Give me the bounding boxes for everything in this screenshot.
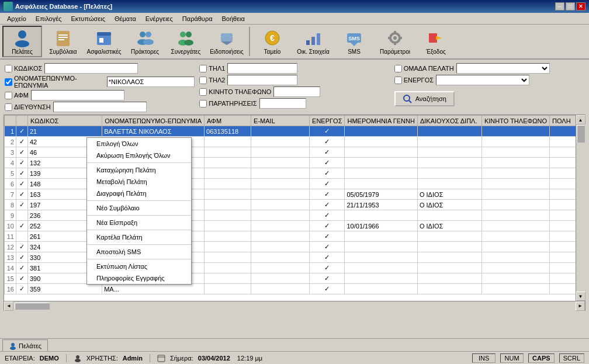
minimize-btn[interactable]: ─	[555, 2, 564, 11]
menu-ektypwseis[interactable]: Εκτυπώσεις	[66, 14, 110, 23]
row-check[interactable]: ✓	[16, 242, 28, 252]
col-kodikos[interactable]: ΚΩΔΙΚΟΣ	[28, 116, 102, 126]
close-btn[interactable]: ✕	[576, 2, 585, 11]
til2-input[interactable]	[227, 75, 297, 85]
svg-rect-30	[394, 41, 396, 45]
row-dikaiouxos	[417, 242, 481, 252]
row-check[interactable]	[16, 210, 28, 221]
context-menu-item[interactable]: Μεταβολή Πελάτη	[87, 176, 191, 188]
menu-parathyra[interactable]: Παράθυρα	[178, 14, 217, 23]
context-menu-item[interactable]: Καταχώρηση Πελάτη	[87, 164, 191, 176]
row-dikaiouxos	[417, 168, 481, 179]
row-check[interactable]: ✓	[16, 200, 28, 210]
toolbar-eidopoiiseis[interactable]: Ειδοποιήσεις	[207, 26, 247, 57]
toolbar-asfalistikes[interactable]: Ασφαλιστικές	[84, 26, 124, 57]
toolbar-praktores[interactable]: Πράκτορες	[125, 26, 165, 57]
toolbar-oik-stoixeia[interactable]: Οικ. Στοιχεία	[293, 26, 333, 57]
synergates-label: Συνεργάτες	[171, 48, 201, 55]
toolbar-synergates[interactable]: Συνεργάτες	[166, 26, 206, 57]
context-menu-item[interactable]: Ακύρωση Επιλογής Όλων	[87, 150, 191, 161]
row-check[interactable]: ✓	[16, 168, 28, 179]
paratir-checkbox[interactable]	[199, 100, 207, 108]
table-row[interactable]: 1 ✓ 21 ΒΑΛΕΤΤΑΣ ΝΙΚΟΛΑΟΣ 063135118 ✓	[5, 126, 585, 137]
vertical-scrollbar[interactable]: ▲ ▼	[576, 115, 585, 301]
energos-checkbox-label: ΕΝΕΡΓΟΣ	[394, 77, 434, 84]
kinito-input[interactable]	[273, 86, 320, 97]
context-menu-item[interactable]: Αποστολή SMS	[87, 246, 191, 258]
energos-checkbox[interactable]	[394, 77, 402, 84]
kodikos-input[interactable]	[44, 63, 138, 74]
row-num: 13	[5, 252, 16, 263]
row-check[interactable]: ✓	[16, 158, 28, 168]
til1-input[interactable]	[227, 63, 297, 74]
menu-energeies[interactable]: Ενέργειες	[141, 14, 178, 23]
omada-select[interactable]	[456, 63, 550, 74]
menu-voitheia[interactable]: Βοήθεια	[217, 14, 250, 23]
omada-checkbox[interactable]	[394, 65, 402, 72]
table-row[interactable]: 16 ✓ 359 ΜΑ... ✓	[5, 284, 585, 294]
menu-arxeio[interactable]: Αρχείο	[2, 14, 31, 23]
hscroll-right-btn[interactable]: ►	[576, 301, 585, 311]
scroll-up-btn[interactable]: ▲	[576, 115, 585, 124]
restore-btn[interactable]: □	[566, 2, 575, 11]
horizontal-scrollbar[interactable]: ◄ ►	[4, 301, 585, 311]
col-onoma[interactable]: ΟΝΟΜΑΤΕΠΩΝΥΜΟ-ΕΠΩΝΥΜΙΑ	[102, 116, 205, 126]
row-check[interactable]: ✓	[16, 252, 28, 263]
toolbar-symvolia[interactable]: Συμβόλαια	[43, 26, 83, 57]
col-dikaiouxos[interactable]: ΔΙΚΑΙΟΥΧΟΣ ΔΙΠΛ.	[417, 116, 481, 126]
hscroll-thumb[interactable]	[15, 303, 50, 310]
dieft-input[interactable]	[53, 102, 147, 112]
row-check[interactable]: ✓	[16, 284, 28, 294]
til1-checkbox[interactable]	[199, 65, 207, 72]
context-menu-item[interactable]: Νέο Συμβόλαιο	[87, 202, 191, 214]
menu-themata[interactable]: Θέματα	[110, 14, 141, 23]
toolbar-parametroi[interactable]: Παράμετροι	[375, 26, 415, 57]
row-afm	[205, 168, 251, 179]
row-check[interactable]: ✓	[16, 189, 28, 200]
context-menu-item[interactable]: Διαγραφή Πελάτη	[87, 188, 191, 199]
context-menu-item[interactable]: Πληροφορίες Εγγραφής	[87, 272, 191, 284]
scroll-down-btn[interactable]: ▼	[576, 292, 585, 301]
search-button[interactable]: Αναζήτηση	[394, 91, 455, 106]
row-afm	[205, 273, 251, 284]
toolbar-tameio[interactable]: € Ταμείο	[252, 26, 292, 57]
row-check[interactable]: ✓	[16, 137, 28, 147]
onoma-input[interactable]	[107, 77, 195, 87]
row-check[interactable]: ✓	[16, 126, 28, 137]
row-check[interactable]: ✓	[16, 179, 28, 189]
context-menu-item[interactable]: Εκτύπωση Λίστας	[87, 261, 191, 272]
onoma-checkbox[interactable]	[5, 78, 12, 86]
context-menu-item[interactable]: Καρτέλα Πελάτη	[87, 231, 191, 243]
row-check[interactable]	[16, 231, 28, 242]
row-afm	[205, 179, 251, 189]
row-check[interactable]: ✓	[16, 221, 28, 231]
status-tab-pelates[interactable]: Πελάτες	[2, 339, 48, 351]
row-check[interactable]: ✓	[16, 263, 28, 273]
afm-checkbox[interactable]	[5, 92, 12, 99]
col-afm[interactable]: ΑΦΜ	[205, 116, 251, 126]
toolbar-exodos[interactable]: Έξοδος	[416, 26, 456, 57]
row-check[interactable]: ✓	[16, 273, 28, 284]
context-menu-item[interactable]: Επιλογή Όλων	[87, 138, 191, 150]
afm-input[interactable]	[31, 90, 124, 100]
row-afm	[205, 263, 251, 273]
til2-checkbox[interactable]	[199, 77, 207, 84]
scroll-thumb[interactable]	[577, 125, 585, 143]
energos-select[interactable]	[436, 75, 529, 85]
col-date[interactable]: ΗΜΕΡΟΜΗΝΙΑ ΓΕΝΝΗ	[345, 116, 417, 126]
toolbar-pelates[interactable]: Πελάτες	[2, 26, 42, 57]
hscroll-left-btn[interactable]: ◄	[4, 301, 13, 311]
row-energos: ✓	[310, 147, 345, 158]
col-energos[interactable]: ΕΝΕΡΓΟΣ	[310, 116, 345, 126]
menu-epiloges[interactable]: Επιλογές	[31, 14, 67, 23]
row-check[interactable]: ✓	[16, 147, 28, 158]
bottom-bar: ΕΤΑΙΡΕΙΑ: DEMO ΧΡΗΣΤΗΣ: Admin Σήμερα: 03…	[0, 351, 589, 364]
kinito-checkbox[interactable]	[199, 88, 207, 96]
context-menu-item[interactable]: Νέα Είσπραξη	[87, 217, 191, 228]
dieft-checkbox[interactable]	[5, 103, 12, 111]
paratir-input[interactable]	[259, 98, 306, 109]
kodikos-checkbox[interactable]	[5, 65, 12, 72]
toolbar-sms[interactable]: SMS SMS	[334, 26, 374, 57]
col-email[interactable]: E-MAIL	[251, 116, 310, 126]
col-kinito[interactable]: ΚΙΝΗΤΟ ΤΗΛΕΦΩΝΟ	[481, 116, 549, 126]
